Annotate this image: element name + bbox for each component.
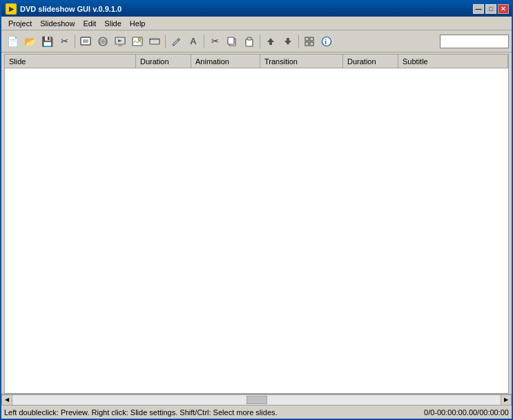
new-button[interactable]: 📄	[4, 33, 21, 50]
window-title: DVD slideshow GUI v.0.9.1.0	[20, 5, 122, 13]
copy-button[interactable]	[224, 33, 240, 50]
col-header-slide: Slide	[5, 55, 136, 68]
svg-marker-23	[267, 38, 274, 42]
menu-slideshow[interactable]: Slideshow	[36, 18, 79, 29]
col-header-subtitle: Subtitle	[398, 55, 508, 68]
col-header-duration: Duration	[136, 55, 191, 68]
menu-bar: Project Slideshow Edit Slide Help	[1, 17, 512, 30]
grid-button[interactable]	[301, 33, 318, 50]
preview-button[interactable]	[112, 33, 128, 50]
horizontal-scrollbar: ◀ ▶	[1, 394, 512, 405]
minimize-button[interactable]: —	[473, 4, 484, 14]
toolbar-sep-1	[75, 35, 75, 48]
restore-button[interactable]: □	[485, 4, 496, 14]
svg-rect-27	[305, 37, 309, 41]
scroll-right-button[interactable]: ▶	[501, 394, 512, 405]
col-header-transition: Transition	[260, 55, 343, 68]
add-image-button[interactable]	[129, 33, 146, 50]
svg-rect-30	[310, 42, 313, 46]
title-bar-left: ▶ DVD slideshow GUI v.0.9.1.0	[6, 3, 122, 15]
svg-rect-1	[83, 39, 88, 43]
toolbar-sep-4	[260, 35, 260, 48]
col-header-duration2: Duration	[343, 55, 398, 68]
cut-button[interactable]: ✂	[56, 33, 72, 50]
menu-project[interactable]: Project	[4, 18, 36, 29]
svg-text:i: i	[325, 39, 327, 46]
svg-rect-26	[287, 38, 289, 41]
move-up-button[interactable]	[262, 33, 279, 50]
toolbar: 📄 📂 💾 ✂	[1, 30, 512, 52]
app-icon: ▶	[6, 3, 17, 15]
title-bar: ▶ DVD slideshow GUI v.0.9.1.0 — □ ✕	[1, 1, 512, 17]
paste-button[interactable]	[241, 33, 258, 50]
svg-rect-20	[228, 37, 234, 44]
svg-rect-9	[117, 44, 124, 45]
status-bar: Left doubleclick: Preview. Right click: …	[1, 405, 512, 419]
svg-rect-22	[247, 37, 251, 40]
scroll-thumb[interactable]	[246, 396, 267, 404]
table-area: Slide Duration Animation Transition Dura…	[4, 54, 509, 394]
scroll-left-button[interactable]: ◀	[1, 394, 12, 405]
open-button[interactable]: 📂	[21, 33, 38, 50]
table-header: Slide Duration Animation Transition Dura…	[5, 55, 508, 68]
svg-marker-25	[284, 41, 291, 45]
main-window: ▶ DVD slideshow GUI v.0.9.1.0 — □ ✕ Proj…	[0, 0, 513, 420]
close-button[interactable]: ✕	[498, 4, 509, 14]
svg-point-11	[138, 38, 141, 41]
toolbar-sep-2	[165, 35, 166, 48]
move-down-button[interactable]	[280, 33, 296, 50]
search-input[interactable]	[440, 35, 509, 48]
table-body	[5, 68, 508, 393]
draw-button[interactable]	[168, 33, 184, 50]
toolbar-sep-3	[204, 35, 204, 48]
menu-slide[interactable]: Slide	[100, 18, 125, 29]
svg-rect-8	[118, 45, 122, 46]
add-slide-button[interactable]	[77, 33, 94, 50]
toolbar-sep-5	[298, 35, 299, 48]
status-right-text: 0/0-00:00:00.00/00:00:00	[424, 408, 509, 417]
help-button[interactable]: i	[318, 33, 335, 50]
menu-edit[interactable]: Edit	[79, 18, 100, 29]
col-header-animation: Animation	[191, 55, 260, 68]
svg-rect-28	[310, 37, 313, 41]
cut2-button[interactable]: ✂	[206, 33, 223, 50]
add-menu-button[interactable]	[95, 33, 111, 50]
add-clip-button[interactable]	[146, 33, 163, 50]
text-button[interactable]: A	[185, 33, 202, 50]
title-bar-controls: — □ ✕	[473, 4, 509, 14]
status-left-text: Left doubleclick: Preview. Right click: …	[4, 408, 278, 417]
save-button[interactable]: 💾	[39, 33, 55, 50]
svg-rect-24	[269, 42, 272, 45]
scroll-track[interactable]	[12, 394, 501, 405]
menu-help[interactable]: Help	[126, 18, 150, 29]
svg-rect-29	[305, 42, 309, 46]
